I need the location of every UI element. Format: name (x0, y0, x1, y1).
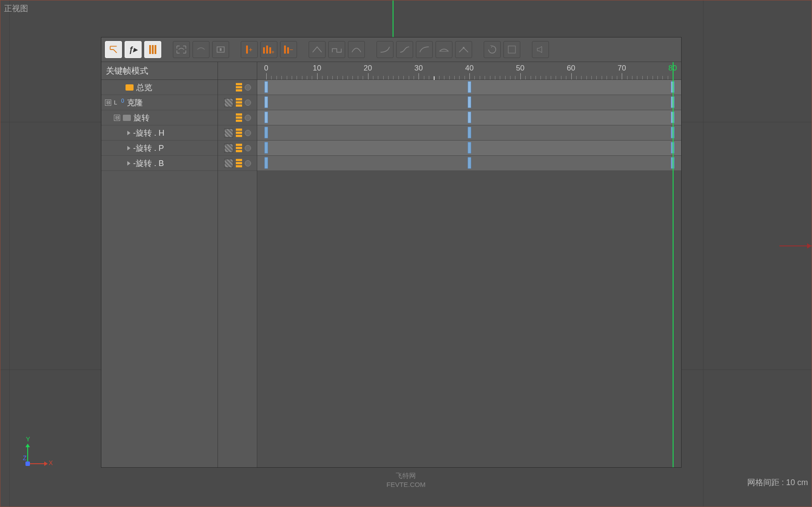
triangle-icon (127, 161, 130, 166)
track[interactable] (257, 80, 681, 95)
status-bar: 网格间距 : 10 cm (0, 478, 812, 489)
keyframe[interactable] (468, 127, 471, 138)
spline-button[interactable] (348, 41, 365, 58)
key-indicator-icon[interactable] (236, 113, 242, 122)
ctrl-row (218, 156, 257, 171)
ruler-label: 50 (516, 64, 524, 73)
tree-row[interactable]: ⊟旋转 (101, 110, 218, 125)
object-tree[interactable]: 关键帧模式 总览⊟L0克隆⊟旋转-旋转 . H-旋转 . P-旋转 . B (101, 62, 218, 467)
tree-row[interactable]: -旋转 . P (101, 141, 218, 156)
ease-flat-button[interactable] (435, 41, 452, 58)
tree-label: 旋转 (134, 112, 150, 123)
keyframe[interactable] (264, 112, 268, 123)
add-key-button[interactable]: + (241, 41, 258, 58)
key-indicator-icon[interactable] (236, 98, 242, 107)
triangle-icon (127, 131, 130, 135)
ctrl-row (218, 110, 257, 125)
key-indicator-icon[interactable] (236, 83, 242, 92)
keyframe[interactable] (468, 157, 471, 169)
mute-toggle[interactable] (224, 144, 233, 153)
add-keys-button[interactable]: + (260, 41, 277, 58)
ease-custom-button[interactable] (455, 41, 472, 58)
keyframe[interactable] (468, 112, 471, 123)
svg-point-3 (463, 47, 465, 49)
track[interactable] (257, 110, 681, 125)
timeline-tracks[interactable] (257, 80, 681, 171)
keyframe[interactable] (468, 96, 471, 108)
track-controls (218, 62, 257, 467)
mute-toggle[interactable] (224, 129, 233, 137)
record-dot[interactable] (245, 84, 251, 91)
axis-gizmo[interactable]: Y X Z (23, 437, 50, 464)
tree-header: 关键帧模式 (101, 62, 218, 80)
record-dot[interactable] (245, 130, 251, 136)
key-indicator-icon[interactable] (236, 159, 242, 168)
motion-mode-button[interactable] (144, 41, 161, 58)
ctrl-row (218, 125, 257, 141)
key-mode-button[interactable] (105, 41, 122, 58)
ease-in-button[interactable] (377, 41, 393, 58)
ruler-label: 60 (567, 64, 575, 73)
track[interactable] (257, 156, 681, 171)
folder-icon (123, 115, 131, 121)
record-dot[interactable] (245, 115, 251, 121)
gizmo-x-arrow-icon (44, 461, 48, 466)
cycle-button[interactable] (484, 41, 501, 58)
tree-label: -旋转 . H (133, 128, 164, 138)
mute-toggle[interactable] (224, 98, 233, 107)
tree-row[interactable]: -旋转 . H (101, 125, 218, 141)
gizmo-y-label: Y (26, 436, 30, 443)
tree-row[interactable]: -旋转 . B (101, 156, 218, 171)
frame-all-button[interactable] (173, 41, 190, 58)
keyframe[interactable] (468, 142, 471, 154)
key-indicator-icon[interactable] (236, 129, 242, 137)
settings-button[interactable] (503, 41, 520, 58)
ruler-label: 40 (465, 64, 474, 73)
ctrl-row (218, 80, 257, 95)
expander-icon[interactable]: ⊟ (114, 115, 120, 121)
key-indicator-icon[interactable] (236, 144, 242, 153)
triangle-icon (127, 146, 130, 150)
ruler-label: 30 (414, 64, 423, 73)
track[interactable] (257, 95, 681, 110)
tree-label: -旋转 . P (133, 143, 164, 154)
ease-out-button[interactable] (416, 41, 433, 58)
tree-row[interactable]: 总览 (101, 80, 218, 95)
timeline-toolbar: ƒ▸ + + − (101, 37, 681, 62)
tree-row[interactable]: ⊟L0克隆 (101, 95, 218, 110)
fcurve-mode-button[interactable]: ƒ▸ (125, 41, 142, 58)
grid-spacing-label: 网格间距 : 10 cm (747, 477, 808, 488)
keyframe[interactable] (264, 81, 268, 93)
gizmo-z-label: Z (23, 454, 27, 461)
ctrl-row (218, 141, 257, 156)
track[interactable] (257, 125, 681, 141)
ease-button[interactable] (396, 41, 413, 58)
remove-keys-button[interactable]: − (280, 41, 297, 58)
record-dot[interactable] (245, 100, 251, 106)
track[interactable] (257, 141, 681, 156)
frame-selected-button[interactable] (193, 41, 209, 58)
tree-label: -旋转 . B (133, 158, 164, 169)
ctrl-row (218, 95, 257, 110)
playhead[interactable] (673, 62, 674, 467)
record-dot[interactable] (245, 145, 251, 151)
gizmo-z-axis (25, 461, 30, 466)
keyframe[interactable] (264, 127, 268, 138)
step-button[interactable] (328, 41, 345, 58)
keyframe[interactable] (468, 81, 471, 93)
frame-range-button[interactable] (212, 41, 229, 58)
axis-y-line (393, 0, 393, 37)
mute-toggle[interactable] (224, 159, 233, 168)
viewport-title: 正视图 (4, 3, 28, 14)
svg-rect-4 (508, 46, 515, 53)
expander-icon[interactable]: ⊟ (105, 100, 111, 106)
keyframe[interactable] (264, 96, 268, 108)
keyframe[interactable] (264, 157, 268, 169)
linear-button[interactable] (309, 41, 326, 58)
sound-button[interactable] (532, 41, 549, 58)
ruler-label: 0 (264, 64, 268, 73)
timeline-ruler[interactable]: 01020304050607080 (257, 62, 681, 80)
record-dot[interactable] (245, 160, 251, 166)
timeline-area[interactable]: 01020304050607080 (257, 62, 681, 467)
keyframe[interactable] (264, 142, 268, 154)
